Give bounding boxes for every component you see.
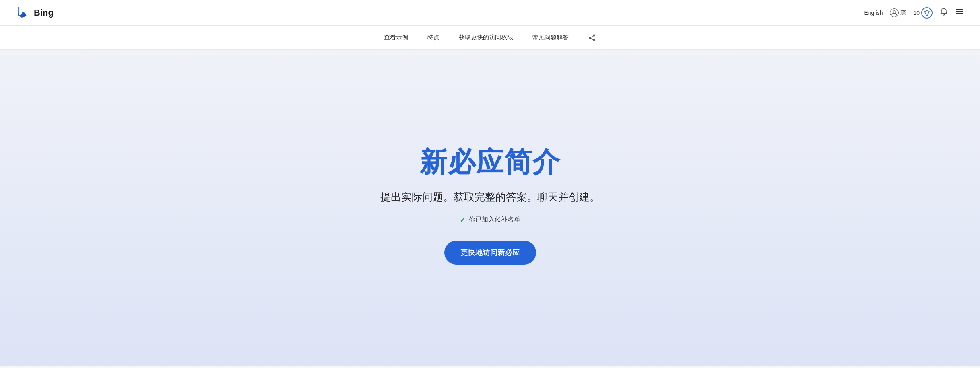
logo[interactable]: Bing — [16, 6, 54, 20]
reward-count: 10 — [913, 10, 920, 16]
reward-button[interactable]: 10 — [913, 7, 933, 19]
header-right: English 森 10 — [864, 7, 964, 19]
svg-point-1 — [925, 10, 929, 14]
share-button[interactable] — [588, 34, 596, 42]
page-title: 新必应简介 — [420, 144, 561, 181]
menu-button[interactable] — [955, 7, 964, 18]
main-content: 新必应简介 提出实际问题。获取完整的答案。聊天并创建。 ✓ 你已加入候补名单 更… — [0, 50, 980, 366]
bing-logo-icon — [16, 6, 31, 20]
trophy-icon — [924, 10, 930, 16]
waitlist-text: 你已加入候补名单 — [469, 216, 520, 224]
subnav-features[interactable]: 特点 — [427, 32, 439, 43]
cta-button[interactable]: 更快地访问新必应 — [444, 241, 536, 265]
user-button[interactable]: 森 — [890, 8, 906, 17]
language-button[interactable]: English — [864, 10, 883, 16]
reward-badge-circle — [921, 7, 933, 19]
bing-logo-text: Bing — [34, 8, 54, 18]
waitlist-status: ✓ 你已加入候补名单 — [460, 216, 520, 224]
subnav-faq[interactable]: 常见问题解答 — [532, 32, 569, 43]
sub-navigation: 查看示例 特点 获取更快的访问权限 常见问题解答 — [0, 26, 980, 50]
user-avatar — [890, 8, 899, 17]
subnav-faster-access[interactable]: 获取更快的访问权限 — [459, 32, 513, 43]
bell-icon — [940, 8, 948, 16]
svg-point-0 — [893, 11, 895, 13]
check-icon: ✓ — [460, 216, 466, 224]
hamburger-icon — [955, 7, 964, 16]
notification-button[interactable] — [940, 8, 948, 18]
subnav-examples[interactable]: 查看示例 — [384, 32, 408, 43]
user-icon — [891, 10, 897, 16]
page-subtitle: 提出实际问题。获取完整的答案。聊天并创建。 — [380, 190, 600, 204]
share-icon — [588, 34, 596, 42]
user-initial: 森 — [900, 9, 906, 16]
header: Bing English 森 10 — [0, 0, 980, 26]
